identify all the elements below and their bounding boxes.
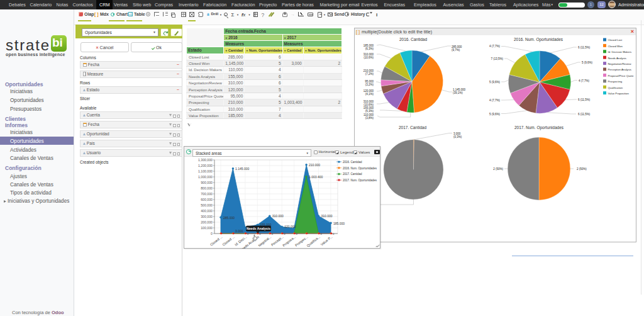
svg-text:4 (7,7%): 4 (7,7%): [579, 79, 590, 82]
svg-text:Negotiat...: Negotiat...: [257, 235, 272, 247]
svg-text:100,000: 100,000: [201, 226, 213, 230]
svg-text:2 (50%): 2 (50%): [577, 167, 587, 171]
svg-text:120.000: 120.000: [284, 225, 296, 229]
svg-text:2016. Cantidad: 2016. Cantidad: [399, 37, 427, 42]
svg-text:5 (9,6%): 5 (9,6%): [489, 113, 501, 116]
svg-text:(6,3%): (6,3%): [365, 47, 374, 50]
svg-text:Negotiation/Review: Negotiation/Review: [608, 62, 632, 65]
svg-text:(7,2%): (7,2%): [365, 72, 374, 76]
svg-text:0: 0: [211, 232, 213, 235]
svg-text:200,000: 200,000: [201, 220, 213, 224]
svg-text:1,100,000: 1,100,000: [198, 169, 213, 173]
svg-text:(4,1%): (4,1%): [365, 93, 374, 96]
svg-text:2017. Num. Oportunidades: 2017. Num. Oportunidades: [343, 179, 377, 182]
svg-text:4 (7,7%): 4 (7,7%): [489, 45, 501, 48]
svg-text:4 (7,7%): 4 (7,7%): [489, 99, 501, 102]
svg-text:1,200,000: 1,200,000: [198, 164, 213, 167]
svg-text:Closed ...: Closed ...: [221, 235, 235, 247]
svg-text:600,000: 600,000: [201, 198, 213, 201]
svg-text:Qualifica...: Qualifica...: [306, 235, 321, 247]
svg-text:900,000: 900,000: [201, 181, 213, 184]
svg-text:5 (9,6%): 5 (9,6%): [489, 81, 501, 84]
svg-text:5 (9,6%): 5 (9,6%): [582, 61, 593, 64]
svg-text:185.000: 185.000: [333, 222, 345, 225]
svg-text:800,000: 800,000: [201, 186, 213, 190]
svg-text:(9,7%): (9,7%): [452, 48, 460, 52]
svg-text:Closed Won: Closed Won: [608, 45, 623, 48]
svg-text:(10,6%): (10,6%): [364, 103, 374, 106]
svg-text:2017. Num. Oportunidades: 2017. Num. Oportunidades: [514, 125, 564, 130]
svg-text:(5,3%): (5,3%): [365, 110, 374, 113]
svg-text:2016. Num. Oportunidades: 2016. Num. Oportunidades: [343, 167, 377, 170]
svg-text:Closed ...: Closed ...: [209, 235, 223, 247]
svg-text:285.000: 285.000: [223, 216, 235, 220]
svg-text:6 (11,5%): 6 (11,5%): [578, 46, 591, 49]
svg-text:Needs Analysis: Needs Analysis: [247, 227, 270, 230]
svg-text:500,000: 500,000: [201, 203, 213, 207]
svg-text:6 (11,5%): 6 (11,5%): [578, 113, 591, 116]
svg-text:310.000: 310.000: [272, 214, 284, 218]
svg-text:2016. Num. Oportunidades: 2016. Num. Oportunidades: [514, 37, 564, 42]
svg-text:Value P...: Value P...: [319, 235, 333, 246]
svg-text:7 (13,5%): 7 (13,5%): [491, 57, 503, 60]
svg-text:Value Proposition: Value Proposition: [608, 92, 630, 95]
svg-text:(10,6%): (10,6%): [364, 56, 374, 59]
svg-text:(3,8%): (3,8%): [365, 116, 374, 120]
svg-text:Perception Analysis: Perception Analysis: [608, 68, 632, 71]
svg-text:700,000: 700,000: [201, 192, 213, 196]
svg-text:300,000: 300,000: [201, 215, 213, 218]
svg-text:6 (11,5%): 6 (11,5%): [578, 98, 591, 101]
svg-text:1,300,000: 1,300,000: [198, 158, 213, 162]
svg-text:(0,3%): (0,3%): [453, 135, 462, 138]
svg-text:1,000,000: 1,000,000: [198, 175, 213, 179]
svg-text:Proposal/Price Quote: Proposal/Price Quote: [608, 74, 634, 77]
svg-text:Needs Analysis: Needs Analysis: [608, 57, 626, 60]
svg-text:(39,1%): (39,1%): [453, 91, 463, 94]
svg-text:1.145.000: 1.145.000: [235, 167, 249, 171]
svg-text:2 (50%): 2 (50%): [493, 167, 503, 171]
svg-text:Prospecting: Prospecting: [608, 80, 623, 83]
svg-text:2016. Cantidad: 2016. Cantidad: [343, 161, 362, 164]
svg-text:1.003.400: 1.003.400: [309, 175, 323, 179]
svg-text:310.000: 310.000: [321, 214, 333, 218]
svg-text:2017. Cantidad: 2017. Cantidad: [343, 172, 362, 176]
svg-text:Proposa...: Proposa...: [282, 235, 296, 247]
svg-text:Closed Lost: Closed Lost: [608, 38, 623, 42]
svg-text:3.000: 3.000: [235, 229, 243, 233]
svg-text:2017. Cantidad: 2017. Cantidad: [399, 125, 426, 130]
svg-text:(3,2%): (3,2%): [365, 83, 374, 86]
svg-text:Id. Decision Makers: Id. Decision Makers: [608, 50, 632, 54]
svg-text:210.000: 210.000: [309, 163, 320, 167]
svg-text:Qualification: Qualification: [608, 86, 623, 89]
svg-text:400,000: 400,000: [201, 209, 213, 213]
